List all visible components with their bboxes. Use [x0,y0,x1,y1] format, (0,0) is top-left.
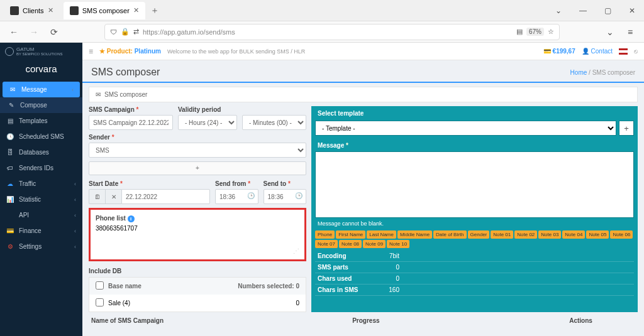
chevron-left-icon: ‹ [74,228,76,234]
phone-list-label: Phone list i [96,215,135,222]
zoom-badge[interactable]: 67% [526,28,544,36]
tag-gender[interactable]: Gender [468,230,490,239]
tag-middle-name[interactable]: Middle Name [397,230,432,239]
stat-row: Encoding7bit [315,251,634,262]
back-button[interactable]: ← [6,27,21,37]
close-icon[interactable]: ✕ [48,6,53,14]
sidebar-item-scheduled-sms[interactable]: 🕓Scheduled SMS [0,129,82,144]
calendar-icon[interactable]: 🗓 [89,189,105,204]
product-label: ★ Product: Platinum [99,48,161,55]
db-row-checkbox[interactable] [96,298,104,306]
page-header: SMS composer Home / SMS composer [82,60,644,82]
tab-clients[interactable]: Clients ✕ [4,2,60,19]
add-template-button[interactable]: + [619,121,634,136]
campaign-input[interactable] [89,115,173,130]
sender-label: Sender * [89,134,306,141]
bookmark-icon[interactable]: ☆ [548,28,554,36]
sidebar: GATUM BY SEMPICO SOLUTIONS corvara ✉Mess… [0,43,82,336]
validity-minutes-select[interactable]: - Minutes (00) - [242,115,306,130]
favicon [10,6,19,15]
nav-icon: ☁ [6,180,14,187]
tag-note-09[interactable]: Note 09 [363,240,386,248]
logout-icon[interactable]: ⎋ [634,48,638,55]
tab-label: SMS composer [82,7,130,14]
tag-note-08[interactable]: Note 08 [339,240,362,248]
crumb-home[interactable]: Home [570,69,587,76]
maximize-icon[interactable]: ▢ [604,6,611,15]
campaigns-table-header: Name of SMS Campaign Progress Actions [82,312,644,324]
template-panel: Select template - Template - + Message *… [311,106,638,312]
tag-note-04[interactable]: Note 04 [562,230,585,239]
contact-link[interactable]: 👤 Contact [582,48,613,55]
welcome-text: Welcome to the web app for BULK sending … [167,48,305,55]
close-icon[interactable]: ✕ [133,6,139,14]
tab-label: Clients [23,7,44,14]
sidebar-item-compose[interactable]: ✎Compose [0,97,82,113]
sidebar-item-senders-ids[interactable]: 🏷Senders IDs [0,160,82,176]
sidebar-item-templates[interactable]: ▤Templates [0,113,82,129]
minimize-icon[interactable]: — [579,6,587,15]
sidebar-item-traffic[interactable]: ☁Traffic‹ [0,176,82,192]
brand-name: corvara [0,60,82,82]
tag-last-name[interactable]: Last Name [367,230,396,239]
add-sender-button[interactable]: + [89,161,306,175]
select-template-label: Select template [311,106,638,121]
url-text: https://app.gatum.io/send/sms [143,28,235,36]
chevron-left-icon: ‹ [74,197,76,203]
sender-select[interactable]: SMS [89,143,306,158]
credit-badge[interactable]: 💳 €199,67 [543,48,575,55]
tag-note-02[interactable]: Note 02 [514,230,537,239]
nav-icon: ✎ [8,102,15,109]
tab-sms-composer[interactable]: SMS composer ✕ [64,2,145,19]
hamburger-icon[interactable]: ≡ [89,47,93,56]
tag-note-06[interactable]: Note 06 [610,230,633,239]
nav-icon: 🕓 [6,133,14,140]
tag-note-05[interactable]: Note 05 [586,230,609,239]
validity-hours-select[interactable]: - Hours (24) - [178,115,237,130]
stat-row: SMS parts0 [315,262,634,273]
chevron-down-icon[interactable]: ⌄ [555,6,562,15]
sidebar-item-api[interactable]: API‹ [0,207,82,223]
topbar: ≡ ★ Product: Platinum Welcome to the web… [82,43,644,60]
clear-date-icon[interactable]: ✕ [105,189,121,204]
menu-icon[interactable]: ≡ [623,27,638,37]
nav-icon: 💳 [6,227,14,234]
forward-button[interactable]: → [26,27,42,37]
table-row[interactable]: Sale (4) 0 [89,295,306,312]
sidebar-item-databases[interactable]: 🗄Databases [0,144,82,160]
url-bar[interactable]: 🛡 🔒 ⇄ https://app.gatum.io/send/sms ▤ 67… [104,24,560,40]
reload-button[interactable]: ⟳ [47,27,62,37]
sidebar-item-settings[interactable]: ⚙Settings‹ [0,239,82,254]
nav-icon: 📊 [6,196,14,203]
sidebar-item-finance[interactable]: 💳Finance‹ [0,223,82,239]
tag-note-01[interactable]: Note 01 [491,230,513,239]
tag-note-07[interactable]: Note 07 [315,240,338,248]
pocket-icon[interactable]: ⌄ [602,27,618,37]
info-icon[interactable]: i [128,215,135,222]
reader-icon[interactable]: ▤ [516,28,523,36]
start-date-input[interactable] [121,189,210,204]
sidebar-item-statistic[interactable]: 📊Statistic‹ [0,192,82,207]
new-tab-button[interactable]: ＋ [150,5,159,16]
db-select-all-checkbox[interactable] [96,281,104,290]
nav-icon: ⚙ [6,243,14,250]
message-textarea[interactable] [315,151,634,218]
flag-icon[interactable] [619,48,628,55]
tag-phone[interactable]: Phone [315,230,335,239]
sidebar-item-message[interactable]: ✉Message‹ [3,82,80,97]
tag-note-10[interactable]: Note 10 [387,240,409,248]
close-window-icon[interactable]: ✕ [629,6,635,15]
tag-date-of-birth[interactable]: Date of Birth [433,230,466,239]
lock-icon: 🔒 [121,28,130,36]
template-select[interactable]: - Template - [315,121,616,136]
shield-icon: 🛡 [110,28,117,36]
phone-list-textarea[interactable]: 380663561707 [96,222,299,251]
stat-row: Chars used0 [315,273,634,285]
nav-list: ✉Message‹✎Compose▤Templates🕓Scheduled SM… [0,82,82,254]
tag-first-name[interactable]: First Name [336,230,365,239]
include-db-label: Include DB [89,268,121,274]
start-date-label: Start Date * [89,180,210,187]
phone-list-box: Phone list i 380663561707 ⋰ [89,208,306,261]
stat-row: Chars in SMS160 [315,285,634,296]
tag-note-03[interactable]: Note 03 [538,230,561,239]
